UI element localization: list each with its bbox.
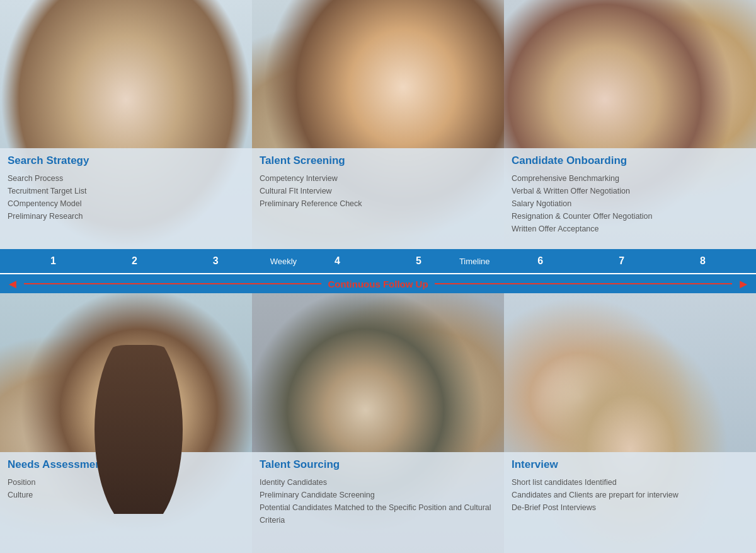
interview-title: Interview [512,458,748,471]
timeline-num-3: 3 [175,255,256,267]
candidate-onboarding-overlay: Candidate Onboarding Comprehensive Bench… [504,148,756,249]
needs-assessment-item-1: Culture [8,489,244,501]
talent-sourcing-item-1: Preliminary Candidate Screening [260,489,496,501]
interview-overlay: Interview Short list candidates Identifi… [504,452,756,553]
followup-line-left [24,283,322,284]
interview-item-1: Candidates and Clients are prepart for i… [512,489,748,501]
interview-item-2: De-Brief Post Interviews [512,501,748,514]
timeline-num-1: 1 [13,255,94,267]
followup-arrow-left-icon: ◄ [6,277,19,291]
timeline-num-2: 2 [94,255,175,267]
timeline-num-4: 4 [297,255,378,267]
talent-sourcing-title: Talent Sourcing [260,458,496,471]
talent-sourcing-overlay: Talent Sourcing Identity Candidates Prel… [252,452,504,553]
timeline-num-7: 7 [581,255,662,267]
talent-screening-item-1: Cultural FIt Interview [260,185,496,197]
search-strategy-overlay: Search Strategy Search Process Tecruitme… [0,148,252,249]
talent-sourcing-item-0: Identity Candidates [260,476,496,489]
talent-screening-title: Talent Screening [260,154,496,167]
talent-sourcing-item-2: Potential Candidates Matched to the Spec… [260,501,496,527]
main-container: Search Strategy Search Process Tecruitme… [0,0,756,553]
talent-screening-overlay: Talent Screening Competency Interview Cu… [252,148,504,249]
search-strategy-item-2: COmpentency Model [8,197,244,210]
needs-assessment-item-0: Position [8,476,244,489]
timeline-weekly-label: Weekly [256,257,297,266]
search-strategy-item-0: Search Process [8,172,244,185]
needs-assessment-title: Needs Assessment Profiling [8,458,244,471]
timeline-num-5: 5 [378,255,459,267]
followup-line-right [435,283,733,284]
candidate-onboarding-title: Candidate Onboarding [512,154,748,167]
search-strategy-item-3: Preliminary Research [8,210,244,223]
candidate-onboarding-item-3: Resignation & Counter Offer Negotiation [512,210,748,223]
needs-assessment-panel: Needs Assessment Profiling Position Cult… [0,293,252,553]
candidate-onboarding-item-4: Written Offer Acceptance [512,223,748,235]
candidate-onboarding-item-1: Verbal & Written Offer Negotiation [512,185,748,197]
search-strategy-title: Search Strategy [8,154,244,167]
search-strategy-item-1: Tecruitment Target List [8,185,244,197]
interview-panel: Interview Short list candidates Identifi… [504,293,756,553]
bottom-row: Needs Assessment Profiling Position Cult… [0,293,756,553]
talent-screening-item-2: Preliminary Reference Check [260,197,496,210]
timeline-bar: 1 2 3 Weekly 4 5 Timeline 6 7 8 [0,249,756,273]
talent-screening-item-0: Competency Interview [260,172,496,185]
talent-screening-panel: Talent Screening Competency Interview Cu… [252,0,504,249]
needs-assessment-overlay: Needs Assessment Profiling Position Cult… [0,452,252,553]
timeline-timeline-label: Timeline [459,257,500,266]
search-strategy-panel: Search Strategy Search Process Tecruitme… [0,0,252,249]
timeline-numbers: 1 2 3 Weekly 4 5 Timeline 6 7 8 [13,255,743,267]
candidate-onboarding-panel: Candidate Onboarding Comprehensive Bench… [504,0,756,249]
timeline-num-8: 8 [662,255,743,267]
talent-sourcing-panel: Talent Sourcing Identity Candidates Prel… [252,293,504,553]
candidate-onboarding-item-2: Salary Ngotiation [512,197,748,210]
top-row: Search Strategy Search Process Tecruitme… [0,0,756,249]
followup-arrow-right-icon: ► [737,277,750,291]
interview-item-0: Short list candidates Identified [512,476,748,489]
candidate-onboarding-item-0: Comprehensive Benchmarking [512,172,748,185]
timeline-num-6: 6 [500,255,581,267]
followup-text: Continuous Follow Up [328,279,428,289]
followup-bar: ◄ Continuous Follow Up ► [0,273,756,293]
